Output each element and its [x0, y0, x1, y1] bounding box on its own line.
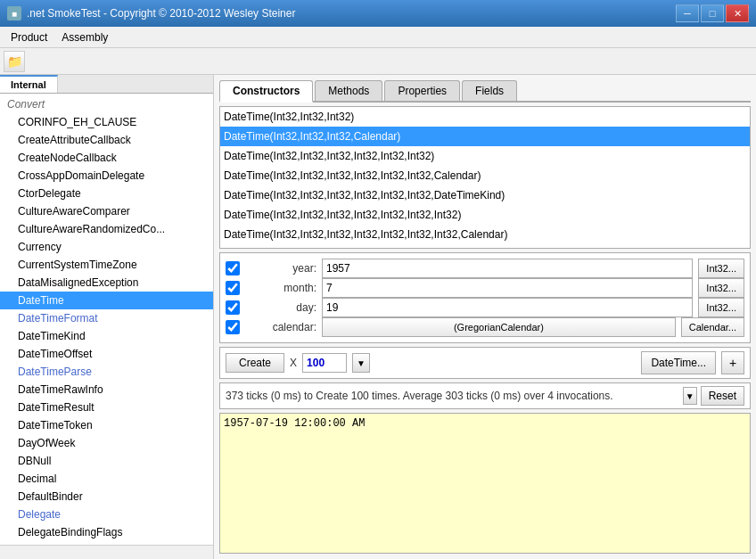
main-area: Internal ConvertCORINFO_EH_CLAUSECreateA…	[0, 75, 756, 559]
right-panel: Constructors Methods Properties Fields D…	[214, 75, 756, 559]
titlebar-title: .net SmokeTest - Copyright © 2010-2012 W…	[27, 7, 295, 20]
param-input[interactable]	[322, 298, 693, 317]
titlebar-left: ■ .net SmokeTest - Copyright © 2010-2012…	[7, 6, 295, 21]
tree-item[interactable]: DefaultBinder	[0, 488, 213, 506]
tree-item[interactable]: DataMisalignedException	[0, 274, 213, 292]
tab-methods[interactable]: Methods	[315, 80, 382, 101]
left-panel: Internal ConvertCORINFO_EH_CLAUSECreateA…	[0, 75, 214, 559]
tree-item[interactable]: Decimal	[0, 470, 213, 488]
param-label: month:	[245, 282, 316, 294]
status-bar: 373 ticks (0 ms) to Create 100 times. Av…	[219, 382, 751, 409]
tree-item[interactable]: DelegateBindingFlags	[0, 523, 213, 541]
tree-item[interactable]: CurrentSystemTimeZone	[0, 256, 213, 274]
reset-button[interactable]: Reset	[701, 386, 744, 406]
tree-item[interactable]: CreateAttributeCallback	[0, 131, 213, 149]
tab-bar: Constructors Methods Properties Fields	[219, 80, 751, 103]
tree-item[interactable]: DBNull	[0, 452, 213, 470]
tab-internal[interactable]: Internal	[0, 75, 58, 93]
param-row: year:Int32...	[226, 259, 744, 278]
param-input[interactable]	[322, 259, 693, 278]
count-dropdown-button[interactable]: ▼	[352, 353, 370, 373]
constructor-item[interactable]: DateTime(Int32,Int32,Int32,Int32,Int32,I…	[220, 185, 750, 205]
tree-item[interactable]: CultureAwareComparer	[0, 202, 213, 220]
params-container: year:Int32...month:Int32...day:Int32...c…	[226, 259, 744, 337]
status-text: 373 ticks (0 ms) to Create 100 times. Av…	[226, 390, 679, 402]
param-row: calendar:(GregorianCalendar)Calendar...	[226, 317, 744, 337]
maximize-button[interactable]: □	[701, 4, 724, 22]
tree-item[interactable]: DateTimeResult	[0, 399, 213, 416]
constructor-list[interactable]: DateTime(Int32,Int32,Int32)DateTime(Int3…	[219, 106, 751, 249]
tree-item[interactable]: CrossAppDomainDelegate	[0, 167, 213, 185]
action-bar: Create X ▼ DateTime... +	[219, 347, 751, 379]
tab-constructors[interactable]: Constructors	[219, 80, 313, 103]
param-checkbox[interactable]	[226, 261, 240, 275]
param-type-button[interactable]: Int32...	[698, 278, 744, 298]
output-area: 1957-07-19 12:00:00 AM	[219, 413, 751, 554]
status-dropdown-button[interactable]: ▼	[683, 387, 697, 405]
output-text: 1957-07-19 12:00:00 AM	[224, 417, 365, 430]
tree-item[interactable]: DateTimeParse	[0, 363, 213, 381]
param-row: month:Int32...	[226, 278, 744, 298]
x-label: X	[290, 357, 297, 369]
bottom-scrollbar[interactable]	[0, 545, 213, 559]
tree-item[interactable]: DateTimeKind	[0, 327, 213, 345]
constructor-item[interactable]: DateTime(Int32,Int32,Int32,Int32,Int32,I…	[220, 205, 750, 225]
tree-item[interactable]: DateTimeToken	[0, 416, 213, 434]
constructor-item[interactable]: DateTime(Int32,Int32,Int32)	[220, 107, 750, 127]
tree-item[interactable]: DateTime	[0, 292, 213, 309]
tree-items: ConvertCORINFO_EH_CLAUSECreateAttributeC…	[0, 95, 213, 545]
open-folder-button[interactable]: 📁	[4, 51, 25, 72]
param-label: calendar:	[245, 321, 316, 333]
menu-item-assembly[interactable]: Assembly	[54, 29, 115, 45]
constructor-item[interactable]: DateTime(Int32,Int32,Int32,Int32,Int32,I…	[220, 244, 750, 249]
tree-item[interactable]: Currency	[0, 238, 213, 256]
menubar: Product Assembly	[0, 27, 756, 48]
toolbar: 📁	[0, 48, 756, 75]
tree-item[interactable]: DayOfWeek	[0, 434, 213, 452]
tree-item[interactable]: DateTimeRawInfo	[0, 381, 213, 399]
param-row: day:Int32...	[226, 298, 744, 317]
tree-item[interactable]: DateTimeOffset	[0, 345, 213, 363]
count-input[interactable]	[302, 353, 347, 373]
tree-item[interactable]: CtorDelegate	[0, 185, 213, 202]
app-icon: ■	[7, 6, 21, 21]
constructor-item[interactable]: DateTime(Int32,Int32,Int32,Int32,Int32,I…	[220, 225, 750, 244]
tree-item[interactable]: CultureAwareRandomizedCo...	[0, 220, 213, 238]
tab-fields[interactable]: Fields	[462, 80, 517, 101]
create-button[interactable]: Create	[226, 353, 284, 373]
titlebar-controls[interactable]: ─ □ ✕	[676, 4, 749, 22]
param-input[interactable]	[322, 278, 693, 298]
tree-item[interactable]: Convert	[0, 95, 213, 113]
tree-item[interactable]: Delegate	[0, 506, 213, 523]
param-checkbox[interactable]	[226, 300, 240, 315]
param-label: day:	[245, 301, 316, 314]
tree-container[interactable]: ConvertCORINFO_EH_CLAUSECreateAttributeC…	[0, 94, 213, 545]
param-type-button[interactable]: Int32...	[698, 298, 744, 317]
minimize-button[interactable]: ─	[676, 4, 699, 22]
constructor-item[interactable]: DateTime(Int32,Int32,Int32,Calendar)	[220, 127, 750, 146]
constructor-item[interactable]: DateTime(Int32,Int32,Int32,Int32,Int32,I…	[220, 166, 750, 185]
left-tab-bar: Internal	[0, 75, 213, 94]
params-area: year:Int32...month:Int32...day:Int32...c…	[219, 252, 751, 343]
close-button[interactable]: ✕	[726, 4, 749, 22]
constructor-item[interactable]: DateTime(Int32,Int32,Int32,Int32,Int32,I…	[220, 146, 750, 166]
constructor-items: DateTime(Int32,Int32,Int32)DateTime(Int3…	[220, 107, 750, 249]
datetime-button[interactable]: DateTime...	[641, 351, 716, 374]
param-checkbox[interactable]	[226, 281, 240, 295]
tab-properties[interactable]: Properties	[384, 80, 460, 101]
param-object-button[interactable]: (GregorianCalendar)	[322, 317, 676, 337]
titlebar: ■ .net SmokeTest - Copyright © 2010-2012…	[0, 0, 756, 27]
tree-item[interactable]: CreateNodeCallback	[0, 149, 213, 167]
tree-item[interactable]: DateTimeFormat	[0, 309, 213, 327]
param-label: year:	[245, 262, 316, 275]
param-type-button[interactable]: Calendar...	[681, 317, 744, 337]
param-checkbox[interactable]	[226, 320, 240, 334]
tree-item[interactable]: CORINFO_EH_CLAUSE	[0, 113, 213, 131]
menu-item-product[interactable]: Product	[4, 29, 54, 45]
plus-button[interactable]: +	[721, 351, 744, 374]
param-type-button[interactable]: Int32...	[698, 259, 744, 278]
